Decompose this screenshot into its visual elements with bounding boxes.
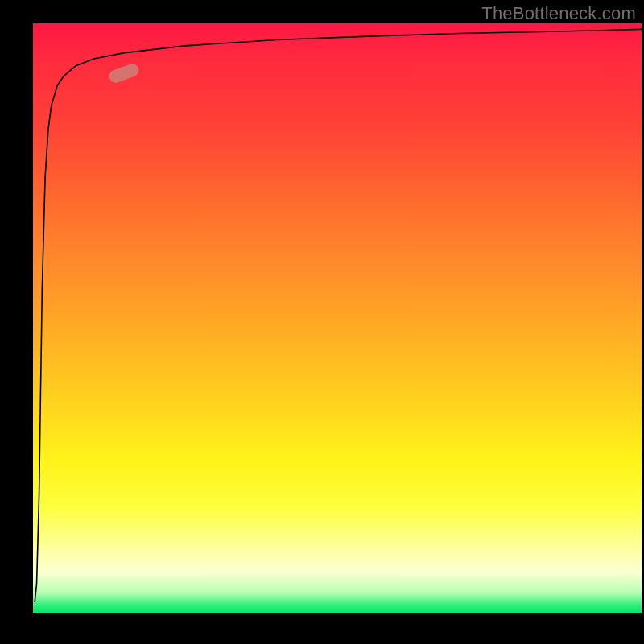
curve-layer xyxy=(33,23,642,613)
bottleneck-curve xyxy=(35,29,642,601)
attribution-text: TheBottleneck.com xyxy=(481,3,636,24)
chart-frame: TheBottleneck.com xyxy=(0,0,644,644)
plot-area xyxy=(33,23,642,613)
